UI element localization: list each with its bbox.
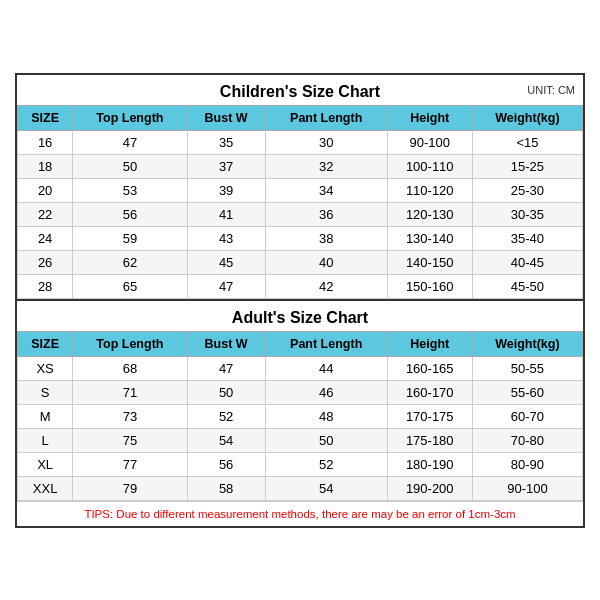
table-cell: XS: [18, 356, 73, 380]
table-cell: 43: [187, 226, 265, 250]
table-cell: 71: [73, 380, 187, 404]
table-cell: 50: [265, 428, 387, 452]
children-col-pant-length: Pant Length: [265, 105, 387, 130]
children-section-title: Children's Size Chart UNIT: CM: [17, 75, 583, 105]
children-col-size: SIZE: [18, 105, 73, 130]
adults-col-size: SIZE: [18, 331, 73, 356]
table-cell: 150-160: [387, 274, 472, 298]
children-col-top-length: Top Length: [73, 105, 187, 130]
table-cell: 54: [187, 428, 265, 452]
table-cell: 53: [73, 178, 187, 202]
adults-title-text: Adult's Size Chart: [232, 309, 368, 326]
table-cell: 47: [187, 356, 265, 380]
size-chart-container: Children's Size Chart UNIT: CM SIZE Top …: [15, 73, 585, 528]
table-cell: 40-45: [472, 250, 582, 274]
table-cell: 90-100: [387, 130, 472, 154]
table-cell: 54: [265, 476, 387, 500]
table-cell: 30-35: [472, 202, 582, 226]
table-cell: 38: [265, 226, 387, 250]
table-row: 18503732100-11015-25: [18, 154, 583, 178]
table-cell: 47: [73, 130, 187, 154]
table-cell: 35: [187, 130, 265, 154]
adults-col-bust-w: Bust W: [187, 331, 265, 356]
children-header-row: SIZE Top Length Bust W Pant Length Heigh…: [18, 105, 583, 130]
table-cell: 59: [73, 226, 187, 250]
unit-label: UNIT: CM: [527, 84, 575, 96]
table-cell: 32: [265, 154, 387, 178]
table-cell: 130-140: [387, 226, 472, 250]
table-cell: 26: [18, 250, 73, 274]
table-cell: 42: [265, 274, 387, 298]
table-cell: 180-190: [387, 452, 472, 476]
table-cell: 120-130: [387, 202, 472, 226]
table-row: XS684744160-16550-55: [18, 356, 583, 380]
table-row: 28654742150-16045-50: [18, 274, 583, 298]
table-cell: 77: [73, 452, 187, 476]
table-cell: 52: [187, 404, 265, 428]
children-table: SIZE Top Length Bust W Pant Length Heigh…: [17, 105, 583, 299]
table-cell: 46: [265, 380, 387, 404]
adults-table: SIZE Top Length Bust W Pant Length Heigh…: [17, 331, 583, 501]
table-row: S715046160-17055-60: [18, 380, 583, 404]
table-cell: 30: [265, 130, 387, 154]
table-row: M735248170-17560-70: [18, 404, 583, 428]
table-cell: <15: [472, 130, 582, 154]
table-cell: 65: [73, 274, 187, 298]
table-cell: XL: [18, 452, 73, 476]
table-cell: 35-40: [472, 226, 582, 250]
table-cell: 62: [73, 250, 187, 274]
adults-col-weight: Weight(kg): [472, 331, 582, 356]
table-row: 1647353090-100<15: [18, 130, 583, 154]
table-cell: 50-55: [472, 356, 582, 380]
table-cell: M: [18, 404, 73, 428]
table-cell: 110-120: [387, 178, 472, 202]
adults-section-title: Adult's Size Chart: [17, 299, 583, 331]
table-cell: 170-175: [387, 404, 472, 428]
table-cell: 60-70: [472, 404, 582, 428]
table-row: 26624540140-15040-45: [18, 250, 583, 274]
adults-col-pant-length: Pant Length: [265, 331, 387, 356]
table-cell: 28: [18, 274, 73, 298]
tips-text: TIPS: Due to different measurement metho…: [17, 501, 583, 526]
table-cell: 50: [187, 380, 265, 404]
table-cell: S: [18, 380, 73, 404]
table-cell: 52: [265, 452, 387, 476]
adults-col-top-length: Top Length: [73, 331, 187, 356]
table-cell: 73: [73, 404, 187, 428]
children-col-weight: Weight(kg): [472, 105, 582, 130]
table-cell: 20: [18, 178, 73, 202]
table-row: 20533934110-12025-30: [18, 178, 583, 202]
table-cell: 190-200: [387, 476, 472, 500]
table-cell: 160-170: [387, 380, 472, 404]
table-cell: 18: [18, 154, 73, 178]
table-cell: 25-30: [472, 178, 582, 202]
table-cell: 56: [73, 202, 187, 226]
children-title-text: Children's Size Chart: [220, 83, 380, 100]
table-cell: 70-80: [472, 428, 582, 452]
table-cell: L: [18, 428, 73, 452]
table-cell: 160-165: [387, 356, 472, 380]
table-cell: 100-110: [387, 154, 472, 178]
table-row: XXL795854190-20090-100: [18, 476, 583, 500]
table-cell: 48: [265, 404, 387, 428]
adults-col-height: Height: [387, 331, 472, 356]
table-cell: 58: [187, 476, 265, 500]
table-cell: 15-25: [472, 154, 582, 178]
table-row: XL775652180-19080-90: [18, 452, 583, 476]
table-cell: 45-50: [472, 274, 582, 298]
table-cell: 41: [187, 202, 265, 226]
table-cell: 90-100: [472, 476, 582, 500]
table-cell: 40: [265, 250, 387, 274]
table-cell: 16: [18, 130, 73, 154]
table-cell: 80-90: [472, 452, 582, 476]
table-cell: 34: [265, 178, 387, 202]
table-cell: XXL: [18, 476, 73, 500]
table-row: 24594338130-14035-40: [18, 226, 583, 250]
table-cell: 47: [187, 274, 265, 298]
table-cell: 45: [187, 250, 265, 274]
table-cell: 75: [73, 428, 187, 452]
adults-header-row: SIZE Top Length Bust W Pant Length Heigh…: [18, 331, 583, 356]
table-cell: 44: [265, 356, 387, 380]
children-col-height: Height: [387, 105, 472, 130]
table-cell: 37: [187, 154, 265, 178]
